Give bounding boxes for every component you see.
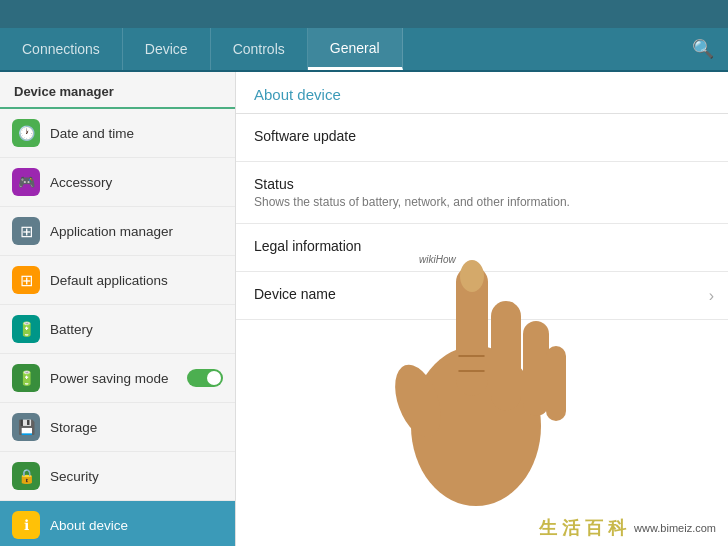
app-manager-label: Application manager [50,224,173,239]
storage-label: Storage [50,420,97,435]
svg-point-0 [411,346,541,506]
toggle-knob [207,371,221,385]
legal-info-title: Legal information [254,238,710,254]
device-name-arrow: › [709,287,714,305]
sidebar-item-date-time[interactable]: 🕐 Date and time [0,109,235,158]
svg-rect-4 [523,321,549,416]
software-update-title: Software update [254,128,710,144]
power-saving-label: Power saving mode [50,371,169,386]
sidebar-item-default-apps[interactable]: ⊞ Default applications [0,256,235,305]
tab-device[interactable]: Device [123,28,211,70]
svg-rect-5 [546,346,566,421]
date-time-label: Date and time [50,126,134,141]
power-saving-icon: 🔋 [12,364,40,392]
sidebar-item-security[interactable]: 🔒 Security [0,452,235,501]
storage-icon: 💾 [12,413,40,441]
device-name-title: Device name [254,286,710,302]
main-layout: Device manager 🕐 Date and time 🎮 Accesso… [0,72,728,546]
status-title: Status [254,176,710,192]
watermark-url: www.bimeiz.com [634,522,716,534]
power-saving-toggle[interactable] [187,369,223,387]
content-item-device-name[interactable]: Device name › [236,272,728,320]
security-icon: 🔒 [12,462,40,490]
content-item-legal-info[interactable]: Legal information [236,224,728,272]
accessory-icon: 🎮 [12,168,40,196]
search-button[interactable]: 🔍 [678,28,728,70]
about-device-icon: ℹ [12,511,40,539]
date-time-icon: 🕐 [12,119,40,147]
sidebar-item-battery[interactable]: 🔋 Battery [0,305,235,354]
sidebar-item-storage[interactable]: 💾 Storage [0,403,235,452]
sidebar-item-about-device[interactable]: ℹ About device [0,501,235,546]
bottom-watermark: 生 活 百 科 www.bimeiz.com [527,510,728,546]
tab-bar: Connections Device Controls General 🔍 [0,28,728,72]
svg-point-1 [386,358,450,443]
security-label: Security [50,469,99,484]
tab-connections[interactable]: Connections [0,28,123,70]
default-apps-icon: ⊞ [12,266,40,294]
about-device-label: About device [50,518,128,533]
sidebar-item-app-manager[interactable]: ⊞ Application manager [0,207,235,256]
sidebar: Device manager 🕐 Date and time 🎮 Accesso… [0,72,236,546]
watermark-chinese: 生 活 百 科 [539,516,626,540]
battery-label: Battery [50,322,93,337]
content-item-software-update[interactable]: Software update [236,114,728,162]
accessory-label: Accessory [50,175,112,190]
sidebar-header: Device manager [0,72,235,109]
content-area: About device Software update Status Show… [236,72,728,546]
tab-general[interactable]: General [308,28,403,70]
sidebar-item-accessory[interactable]: 🎮 Accessory [0,158,235,207]
battery-icon: 🔋 [12,315,40,343]
content-header: About device [236,72,728,114]
status-bar [0,0,728,28]
sidebar-item-power-saving[interactable]: 🔋 Power saving mode [0,354,235,403]
default-apps-label: Default applications [50,273,168,288]
content-item-status[interactable]: Status Shows the status of battery, netw… [236,162,728,224]
status-subtitle: Shows the status of battery, network, an… [254,195,710,209]
app-manager-icon: ⊞ [12,217,40,245]
power-saving-toggle-container[interactable] [187,369,223,387]
tab-controls[interactable]: Controls [211,28,308,70]
